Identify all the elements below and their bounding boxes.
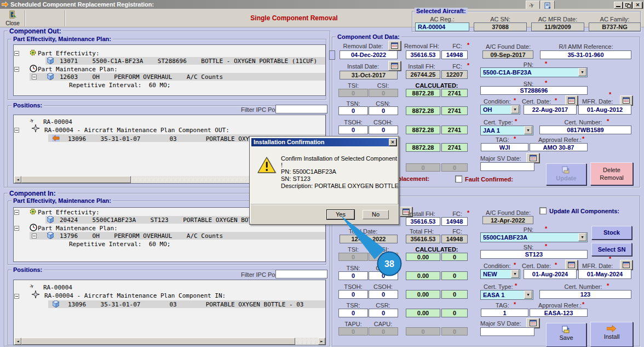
close-button[interactable]: Close	[3, 10, 22, 27]
in-csr-field[interactable]: 0	[369, 309, 398, 317]
tsoh-field[interactable]: 0	[338, 126, 368, 134]
dialog-title-bar[interactable]: Installation Confirmation ✕	[251, 138, 397, 146]
tree-row[interactable]: Repetitive Interval: 60 MO;	[69, 82, 170, 89]
dropdown-arrow[interactable]: ▼	[511, 270, 519, 278]
install-date-calendar-button[interactable]	[388, 61, 401, 71]
expand-icon[interactable]	[14, 51, 19, 56]
mfr-date-field[interactable]: 01-Aug-2012	[578, 105, 631, 115]
in-pn-dropdown[interactable]: 5500C1ABF23A	[480, 232, 588, 242]
delete-removal-button[interactable]: Delete Removal	[590, 162, 633, 185]
tree-row[interactable]: Repetitive Interval: 60 MO;	[69, 241, 170, 248]
tree-row[interactable]: Part Maintenance Plan:	[38, 225, 118, 232]
scroll-thumb[interactable]	[21, 176, 131, 183]
tag-field[interactable]: WJI	[481, 143, 528, 151]
warning-icon	[257, 156, 278, 175]
in-cert-date-field[interactable]: 01-Aug-2024	[524, 269, 577, 279]
close-window-button[interactable]: ✕	[633, 2, 642, 9]
mfr-date-calendar-button[interactable]	[620, 95, 633, 105]
restore-button[interactable]	[623, 2, 632, 9]
tree-row[interactable]: 13071 5500-C1A-BF23A ST288696 BOTTLE - O…	[60, 58, 317, 65]
tree-row[interactable]: RA-00004	[43, 118, 72, 126]
select-sn-button[interactable]: Select SN	[591, 243, 632, 256]
scroll-left-button[interactable]: ◄	[14, 338, 21, 345]
minimize-button[interactable]	[614, 2, 623, 9]
dropdown-arrow[interactable]: ▼	[578, 68, 586, 76]
in-tsoh-field[interactable]: 0	[338, 290, 368, 299]
expand-icon[interactable]	[14, 128, 19, 133]
save-button[interactable]: Save	[546, 323, 586, 347]
in-tag-field[interactable]: 1	[481, 309, 528, 317]
ac-reg-field[interactable]: RA-00004	[415, 22, 469, 31]
scroll-right-button[interactable]: ►	[318, 338, 325, 345]
update-all-checkbox[interactable]	[539, 207, 547, 214]
in-cert-number-field[interactable]: 123	[539, 290, 631, 299]
dropdown-arrow[interactable]: ▼	[524, 291, 532, 299]
fc-label: FC:	[446, 43, 468, 49]
tree-row[interactable]: Part Effectivity:	[38, 50, 100, 57]
ac-family-field: B737-NG	[589, 22, 641, 31]
fault-confirmed-checkbox[interactable]	[455, 175, 462, 183]
in-mfr-date-calendar-button[interactable]	[620, 260, 633, 270]
cert-date-field[interactable]: 22-Aug-2017	[524, 105, 577, 115]
removal-fh-field[interactable]: 35616.53	[406, 50, 440, 59]
tree-row[interactable]: 13096 35-31-01-07 03 PORTABLE OXYGEN BOT…	[68, 301, 303, 308]
in-csoh-field[interactable]: 0	[369, 290, 398, 299]
in-major-sv-calendar-button[interactable]	[526, 318, 539, 328]
fc-label: FC:	[446, 228, 468, 235]
expand-icon[interactable]	[14, 294, 19, 299]
sn-field[interactable]: ST288696	[480, 86, 588, 95]
annotation-arrow: 38	[318, 208, 416, 285]
in-mfr-date-field[interactable]: 01-May-2024	[578, 269, 631, 279]
ri-amm-field[interactable]: 35-31-01-960	[540, 50, 631, 59]
expand-icon[interactable]	[14, 67, 19, 72]
tree-row[interactable]: RA-00004 - Aircraft Maintenance Plan Com…	[44, 127, 229, 134]
h-scrollbar[interactable]: ◄ ►	[14, 338, 325, 345]
tree-row[interactable]: 13796 OH PERFORM OVERHAUL A/C Counts	[60, 232, 223, 240]
tree-row[interactable]: 12603 OH PERFORM OVERHAUL A/C Counts	[60, 73, 223, 81]
tree-row[interactable]: RA-00004	[43, 284, 72, 291]
csi-label: CSI:	[368, 82, 398, 89]
tsn-field[interactable]: 0	[338, 106, 368, 115]
out-filter-input[interactable]	[275, 105, 327, 113]
expand-icon[interactable]	[14, 210, 19, 215]
in-approval-refer-field[interactable]: EASA-123	[530, 309, 588, 317]
dropdown-arrow[interactable]: ▼	[578, 233, 586, 241]
cert-date-calendar-button[interactable]	[565, 95, 578, 105]
cert-number-field[interactable]: 0817WB1589	[539, 126, 631, 134]
in-sn-field[interactable]: ST123	[480, 250, 588, 259]
scroll-thumb[interactable]	[21, 338, 295, 345]
tree-row[interactable]: Part Effectivity:	[38, 209, 100, 216]
calc-fc-field: 2741	[441, 143, 468, 152]
dialog-close-button[interactable]: ✕	[389, 139, 396, 146]
stock-button[interactable]: Stock	[591, 226, 632, 240]
dropdown-arrow[interactable]: ▼	[524, 126, 532, 134]
removal-fc-field[interactable]: 14948	[441, 50, 468, 59]
update-button[interactable]: Update	[546, 163, 586, 185]
in-pos-tree[interactable]: ✈ RA-00004 RA-00004 - Aircraft Maintenan…	[13, 280, 326, 345]
in-tsr-field[interactable]: 0	[338, 309, 368, 317]
approval-refer-field[interactable]: AMO 30-87	[530, 143, 588, 151]
tsi-field: 0	[338, 89, 368, 97]
out-pe-tree[interactable]: Part Effectivity: 13071 5500-C1A-BF23A S…	[13, 44, 326, 96]
major-sv-calendar-button[interactable]	[526, 153, 539, 163]
removal-date-calendar-button[interactable]	[388, 41, 401, 50]
csn-field[interactable]: 0	[369, 106, 398, 115]
tree-row[interactable]: RA-00004 - Aircraft Maintenance Plan Com…	[44, 292, 226, 299]
major-sv-date-field[interactable]	[480, 162, 534, 171]
removal-date-field[interactable]: 04-Dec-2022	[340, 50, 398, 59]
in-major-sv-date-field[interactable]	[480, 327, 534, 336]
dropdown-arrow[interactable]: ▼	[511, 105, 519, 113]
expand-icon[interactable]	[32, 234, 37, 238]
out-pos-legend: Positions:	[12, 102, 44, 109]
tree-row[interactable]: Part Maintenance Plan:	[38, 66, 118, 73]
scroll-left-button[interactable]: ◄	[14, 176, 21, 183]
install-button[interactable]: Install	[590, 322, 633, 347]
in-cert-date-calendar-button[interactable]	[565, 260, 578, 270]
csoh-field[interactable]: 0	[369, 126, 398, 134]
expand-icon[interactable]	[32, 75, 37, 79]
annotation-step-number: 38	[384, 259, 394, 269]
pn-dropdown[interactable]: 5500-C1A-BF23A	[480, 67, 588, 77]
in-install-fc-field[interactable]: 14948	[441, 217, 468, 226]
expand-icon[interactable]	[14, 226, 19, 231]
tree-row[interactable]: 20424 5500C1ABF23A ST123 PORTABLE OXYGEN…	[60, 217, 263, 224]
